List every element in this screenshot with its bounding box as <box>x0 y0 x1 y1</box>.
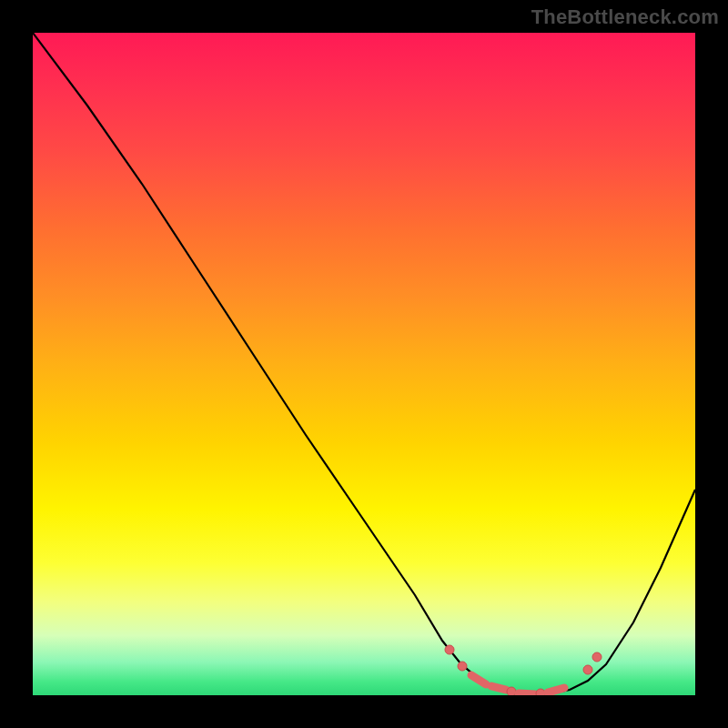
marker-dash <box>491 686 506 690</box>
optimal-range-markers <box>33 33 695 695</box>
marker-dash <box>519 693 535 694</box>
marker-dash <box>548 688 564 693</box>
marker-dot <box>592 652 602 662</box>
marker-dash <box>471 675 486 684</box>
marker-group <box>445 645 602 695</box>
marker-dot <box>583 665 592 674</box>
chart-frame: TheBottleneck.com <box>0 0 728 728</box>
marker-dot <box>536 689 545 695</box>
marker-dot <box>458 662 467 671</box>
marker-dot <box>445 645 454 654</box>
plot-area <box>33 33 695 695</box>
marker-dot <box>507 687 516 695</box>
watermark-text: TheBottleneck.com <box>531 5 719 29</box>
